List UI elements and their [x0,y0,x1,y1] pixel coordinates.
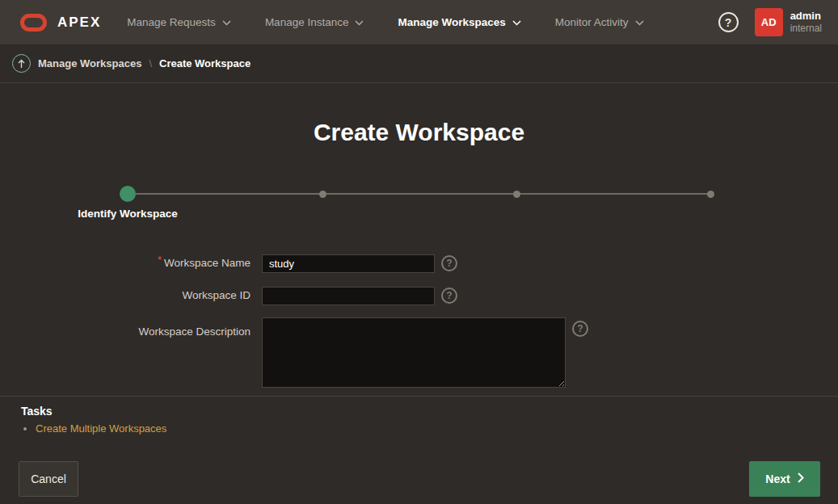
create-multiple-workspaces-link[interactable]: Create Multiple Workspaces [36,422,166,435]
workspace-id-label: Workspace ID [0,286,251,305]
user-context: internal [790,23,822,35]
tasks-heading: Tasks [21,405,166,418]
breadcrumb-manage-workspaces[interactable]: Manage Workspaces [38,57,141,69]
nav-menus: Manage Requests Manage Instance Manage W… [127,16,643,28]
apex-brand[interactable]: APEX [57,15,101,31]
wizard-step-3 [513,191,520,198]
menu-manage-instance[interactable]: Manage Instance [265,16,364,28]
chevron-right-icon [798,472,804,485]
chevron-down-icon [355,16,364,28]
workspace-id-row: Workspace ID ? [0,286,457,305]
cancel-button[interactable]: Cancel [19,461,78,497]
chevron-down-icon [512,16,521,28]
up-arrow-icon[interactable] [12,54,31,73]
required-indicator: * [158,250,162,270]
user-avatar[interactable]: AD [755,8,783,36]
nav-right-cluster: ? AD admin internal [718,8,822,36]
breadcrumb-separator: \ [149,57,152,69]
top-navigation-bar: APEX Manage Requests Manage Instance Man… [0,0,838,44]
workspace-description-label: Workspace Description [0,317,251,342]
workspace-description-textarea[interactable] [262,317,566,388]
workspace-name-help-icon[interactable]: ? [441,255,457,271]
breadcrumb-create-workspace: Create Workspace [159,57,251,69]
oracle-logo-icon[interactable] [20,14,47,32]
workspace-name-label: *Workspace Name [0,254,251,273]
chevron-down-icon [222,16,231,28]
wizard-step-1-current [120,186,136,202]
workspace-name-row: *Workspace Name ? [0,254,457,273]
page-title: Create Workspace [0,119,838,146]
create-workspace-page: APEX Manage Requests Manage Instance Man… [0,0,838,504]
workspace-id-help-icon[interactable]: ? [441,288,457,304]
next-button[interactable]: Next [749,461,820,497]
wizard-step-4 [707,191,714,198]
menu-manage-workspaces[interactable]: Manage Workspaces [398,16,520,28]
workspace-id-input[interactable] [262,287,435,305]
next-button-label: Next [765,472,790,485]
help-icon[interactable]: ? [718,12,739,32]
main-content: Create Workspace Identify Workspace *Wor… [0,84,838,504]
menu-monitor-activity[interactable]: Monitor Activity [555,16,644,28]
menu-manage-requests[interactable]: Manage Requests [127,16,231,28]
workspace-description-row: Workspace Description ? [0,317,588,388]
tasks-section: Tasks Create Multiple Workspaces [21,405,166,435]
workspace-description-help-icon[interactable]: ? [572,321,588,337]
breadcrumb: Manage Workspaces \ Create Workspace [0,44,838,83]
tasks-divider [0,396,838,397]
list-item: Create Multiple Workspaces [36,422,166,435]
user-name: admin [790,10,822,23]
user-info[interactable]: admin internal [790,10,822,35]
wizard-step-label: Identify Workspace [78,208,178,220]
workspace-name-input[interactable] [262,254,435,273]
chevron-down-icon [635,16,644,28]
wizard-step-2 [319,191,326,198]
wizard-progress-line [128,193,710,195]
tasks-list: Create Multiple Workspaces [36,422,166,435]
